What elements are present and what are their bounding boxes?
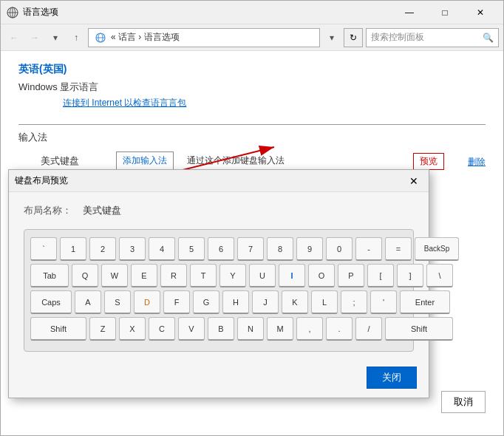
- key-d[interactable]: D: [134, 290, 160, 314]
- key-2[interactable]: 2: [89, 237, 116, 261]
- key-comma[interactable]: ,: [296, 317, 323, 341]
- input-method-title: 输入法: [18, 131, 486, 144]
- key-8[interactable]: 8: [267, 237, 293, 261]
- key-l[interactable]: L: [311, 290, 338, 314]
- dialog-title: 键盘布局预览: [15, 174, 405, 187]
- key-quote[interactable]: ': [370, 290, 397, 314]
- key-4[interactable]: 4: [149, 237, 175, 261]
- forward-button[interactable]: →: [26, 29, 44, 47]
- key-h[interactable]: H: [222, 290, 249, 314]
- keyboard-preview-dialog: 键盘布局预览 ✕ 布局名称： 美式键盘 ` 1 2 3 4: [8, 169, 429, 398]
- key-w[interactable]: W: [101, 264, 128, 287]
- key-backtick[interactable]: `: [30, 237, 57, 261]
- key-o[interactable]: O: [308, 264, 335, 287]
- key-c[interactable]: C: [149, 317, 175, 341]
- key-b[interactable]: B: [208, 317, 234, 341]
- cancel-main-button[interactable]: 取消: [441, 391, 486, 413]
- key-m[interactable]: M: [267, 317, 293, 341]
- minimize-button[interactable]: —: [392, 2, 426, 23]
- key-g[interactable]: G: [193, 290, 219, 314]
- key-9[interactable]: 9: [296, 237, 323, 261]
- key-3[interactable]: 3: [119, 237, 146, 261]
- keyboard-row-4: Shift Z X C V B N M , . / Shift: [30, 317, 407, 341]
- key-7[interactable]: 7: [237, 237, 264, 261]
- dialog-title-bar: 键盘布局预览 ✕: [9, 170, 429, 192]
- key-0[interactable]: 0: [326, 237, 353, 261]
- key-equals[interactable]: =: [385, 237, 412, 261]
- key-r[interactable]: R: [160, 264, 187, 287]
- dropdown-button[interactable]: ▾: [47, 29, 64, 47]
- layout-name: 美式键盘: [83, 204, 121, 217]
- key-semicolon[interactable]: ;: [341, 290, 367, 314]
- search-icon: 🔍: [483, 33, 494, 43]
- language-title: 英语(英国): [18, 63, 486, 76]
- search-placeholder: 搜索控制面板: [371, 31, 480, 44]
- key-shift-left[interactable]: Shift: [30, 317, 86, 341]
- key-s[interactable]: S: [104, 290, 131, 314]
- key-u[interactable]: U: [249, 264, 276, 287]
- dialog-close-x-button[interactable]: ✕: [405, 172, 423, 190]
- address-bar: ← → ▾ ↑ « 话言 › 语言选项 ▾ ↻ 搜索控制面板 🔍: [1, 24, 503, 51]
- layout-name-row: 布局名称： 美式键盘: [24, 204, 414, 217]
- title-bar: 语言选项 — □ ✕: [1, 1, 503, 24]
- key-n[interactable]: N: [237, 317, 264, 341]
- key-5[interactable]: 5: [178, 237, 205, 261]
- close-dialog-button[interactable]: 关闭: [367, 367, 417, 389]
- add-input-button[interactable]: 添加输入法: [116, 151, 174, 170]
- key-v[interactable]: V: [178, 317, 205, 341]
- key-k[interactable]: K: [282, 290, 308, 314]
- key-i[interactable]: I: [279, 264, 305, 287]
- key-lbracket[interactable]: [: [367, 264, 394, 287]
- address-field: « 话言 › 语言选项: [88, 28, 320, 47]
- key-enter[interactable]: Enter: [400, 290, 450, 314]
- key-shift-right[interactable]: Shift: [385, 317, 453, 341]
- dialog-footer: 关闭: [9, 361, 429, 398]
- key-a[interactable]: A: [75, 290, 101, 314]
- keyboard-row-3: Caps A S D F G H J K L ; ' Enter: [30, 290, 407, 314]
- key-e[interactable]: E: [131, 264, 157, 287]
- up-button[interactable]: ↑: [67, 29, 85, 47]
- delete-button[interactable]: 删除: [468, 156, 486, 168]
- back-button[interactable]: ←: [5, 29, 23, 47]
- key-f[interactable]: F: [163, 290, 190, 314]
- key-x[interactable]: X: [119, 317, 146, 341]
- key-1[interactable]: 1: [60, 237, 86, 261]
- key-q[interactable]: Q: [72, 264, 98, 287]
- keyboard-row-1: ` 1 2 3 4 5 6 7 8 9 0 - = BackSp: [30, 237, 407, 261]
- key-tab[interactable]: Tab: [30, 264, 69, 287]
- key-caps[interactable]: Caps: [30, 290, 72, 314]
- key-minus[interactable]: -: [355, 237, 382, 261]
- key-j[interactable]: J: [252, 290, 279, 314]
- search-field[interactable]: 搜索控制面板 🔍: [366, 28, 499, 47]
- key-period[interactable]: .: [326, 317, 353, 341]
- keyboard-row-2: Tab Q W E R T Y U I O P [ ] \: [30, 264, 407, 287]
- key-backspace[interactable]: BackSp: [415, 237, 459, 261]
- dropdown2-button[interactable]: ▾: [323, 29, 341, 47]
- connect-internet-link[interactable]: 连接到 Internet 以检查语言言包: [63, 97, 486, 109]
- layout-label: 布局名称：: [24, 204, 83, 217]
- add-hint: 通过这个添加键盘输入法: [187, 154, 285, 167]
- window-icon: [7, 7, 18, 18]
- address-path: « 话言 › 语言选项: [111, 31, 180, 44]
- ime-name: 美式键盘: [41, 154, 100, 168]
- key-p[interactable]: P: [338, 264, 364, 287]
- key-rbracket[interactable]: ]: [397, 264, 423, 287]
- section-divider: [18, 124, 486, 125]
- preview-button[interactable]: 预览: [413, 153, 444, 170]
- content-area: 英语(英国) Windows 显示语言 连接到 Internet 以检查语言言包…: [1, 51, 503, 435]
- globe-icon: [93, 30, 108, 45]
- main-window: 语言选项 — □ ✕ ← → ▾ ↑ « 话言 › 语言选项 ▾ ↻ 搜索控制面…: [0, 0, 504, 436]
- dialog-content: 布局名称： 美式键盘 ` 1 2 3 4 5 6 7 8: [9, 192, 429, 361]
- windows-display-label: Windows 显示语言: [18, 81, 486, 94]
- key-t[interactable]: T: [190, 264, 217, 287]
- keyboard-visual: ` 1 2 3 4 5 6 7 8 9 0 - = BackSp: [24, 229, 414, 352]
- refresh-button[interactable]: ↻: [344, 28, 363, 47]
- close-button[interactable]: ✕: [463, 2, 497, 23]
- key-6[interactable]: 6: [208, 237, 234, 261]
- window-title: 语言选项: [23, 6, 392, 18]
- key-z[interactable]: Z: [89, 317, 116, 341]
- maximize-button[interactable]: □: [428, 2, 462, 23]
- key-backslash[interactable]: \: [426, 264, 453, 287]
- key-y[interactable]: Y: [219, 264, 246, 287]
- key-slash[interactable]: /: [355, 317, 382, 341]
